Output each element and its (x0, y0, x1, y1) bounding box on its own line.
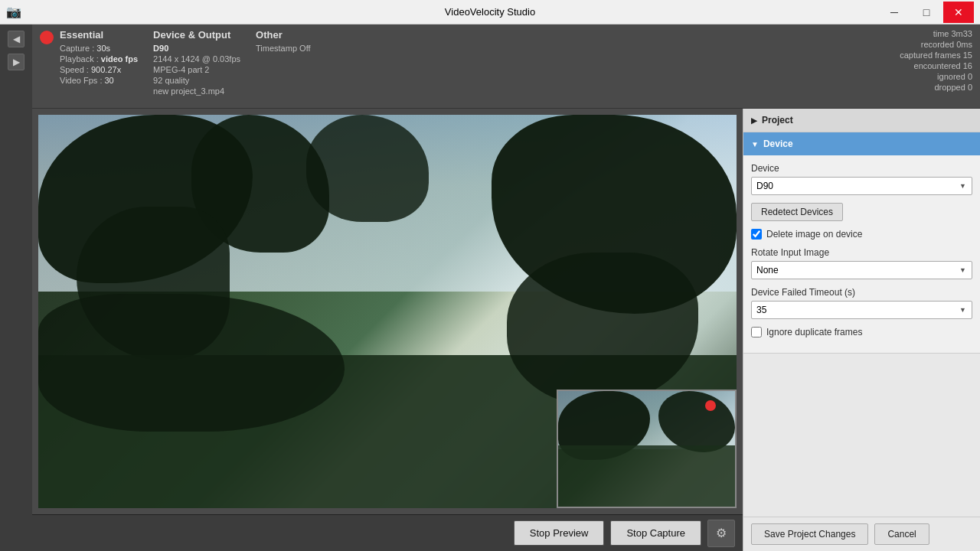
app-icon: 📷 (6, 5, 21, 19)
nav-right-arrow[interactable]: ▶ (8, 54, 24, 70)
device-output-section: Device & Output D90 2144 x 1424 @ 0.03fp… (153, 29, 240, 96)
project-label: Project (762, 115, 793, 126)
device-section-content: Device D90 Redetect Devices Delete i (743, 155, 980, 353)
stop-capture-button[interactable]: Stop Capture (610, 520, 701, 546)
recorded-stat: recorded 0ms (900, 40, 972, 49)
thumbnail-overlay (557, 390, 737, 508)
title-bar: 📷 VideoVelocity Studio ─ □ ✕ (0, 0, 980, 24)
captured-stat: captured frames 15 (900, 51, 972, 60)
thumb-foliage-3 (558, 445, 735, 507)
playback-row: Playback : video fps (60, 54, 138, 64)
device-section-header[interactable]: ▼ Device (743, 132, 980, 155)
title-bar-left: 📷 (6, 5, 21, 19)
project-arrow: ▶ (751, 116, 757, 125)
recording-indicator (40, 31, 54, 44)
right-panel-scroll[interactable]: ▶ Project ▼ Device Device (743, 109, 980, 517)
ignore-dup-row: Ignore duplicate frames (751, 327, 972, 337)
device-output-title: Device & Output (153, 29, 240, 41)
info-strip: Essential Capture : 30s Playback : video… (32, 24, 980, 109)
timeout-label: Device Failed Timeout (s) (751, 287, 972, 298)
redetect-devices-button[interactable]: Redetect Devices (751, 203, 843, 221)
speed-row: Speed : 900.27x (60, 65, 138, 74)
red-dot-thumb (705, 400, 716, 411)
delete-image-row: Delete image on device (751, 229, 972, 240)
other-section: Other Timestamp Off (256, 29, 311, 53)
device-select[interactable]: D90 (751, 177, 972, 195)
save-project-button[interactable]: Save Project Changes (751, 523, 868, 545)
project-file-row: new project_3.mp4 (153, 86, 240, 96)
time-stat: time 3m33 (900, 29, 972, 38)
encountered-stat: encountered 16 (900, 61, 972, 70)
timestamp-row: Timestamp Off (256, 44, 311, 53)
stop-preview-button[interactable]: Stop Preview (514, 520, 605, 546)
quality-row: 92 quality (153, 76, 240, 85)
resolution-row: 2144 x 1424 @ 0.03fps (153, 54, 240, 64)
left-nav: ◀ ▶ (0, 24, 32, 551)
rotate-select[interactable]: None 90 CW 90 CCW 180 (751, 261, 972, 279)
right-panel-bottom: Save Project Changes Cancel (743, 517, 980, 551)
bottom-bar: Stop Preview Stop Capture ⚙ (32, 514, 743, 551)
rotate-select-wrapper: None 90 CW 90 CCW 180 (751, 261, 972, 279)
foliage-7 (38, 294, 345, 432)
right-panel: ▶ Project ▼ Device Device (743, 109, 980, 551)
nav-left-arrow[interactable]: ◀ (8, 31, 24, 47)
essential-section: Essential Capture : 30s Playback : video… (60, 29, 138, 85)
device-section: ▼ Device Device D90 Redetect (743, 132, 980, 354)
stats-section: time 3m33 recorded 0ms captured frames 1… (900, 29, 972, 92)
title-bar-controls: ─ □ ✕ (879, 2, 974, 23)
rotate-label: Rotate Input Image (751, 247, 972, 258)
device-arrow: ▼ (751, 140, 759, 148)
ignore-dup-label[interactable]: Ignore duplicate frames (766, 327, 862, 337)
device-field-label: Device (751, 163, 972, 174)
device-select-wrapper: D90 (751, 177, 972, 195)
delete-image-label[interactable]: Delete image on device (766, 229, 862, 240)
main-panel: Essential Capture : 30s Playback : video… (32, 24, 980, 551)
timeout-select-wrapper: 35 60 120 (751, 301, 972, 319)
essential-title: Essential (60, 29, 138, 41)
project-section: ▶ Project (743, 109, 980, 132)
cancel-button[interactable]: Cancel (874, 523, 929, 545)
capture-row: Capture : 30s (60, 44, 138, 53)
ignore-dup-checkbox[interactable] (751, 327, 762, 337)
format-row: MPEG-4 part 2 (153, 65, 240, 74)
content-area: ◀ ▶ Essential Capture : 30s Playback : v… (0, 24, 980, 551)
delete-image-checkbox[interactable] (751, 229, 762, 240)
fps-row: Video Fps : 30 (60, 76, 138, 85)
dropped-stat: dropped 0 (900, 83, 972, 92)
ignored-stat: ignored 0 (900, 72, 972, 81)
video-area (38, 115, 737, 508)
main-video (38, 115, 737, 508)
project-section-header[interactable]: ▶ Project (743, 109, 980, 132)
device-name-row: D90 (153, 44, 240, 53)
window-title: VideoVelocity Studio (445, 6, 535, 18)
minimize-button[interactable]: ─ (879, 2, 910, 23)
timeout-select[interactable]: 35 60 120 (751, 301, 972, 319)
gear-button[interactable]: ⚙ (707, 520, 735, 547)
device-section-label: Device (763, 139, 793, 149)
maximize-button[interactable]: □ (911, 2, 942, 23)
other-title: Other (256, 29, 311, 41)
close-button[interactable]: ✕ (943, 2, 974, 23)
app-container: ◀ ▶ Essential Capture : 30s Playback : v… (0, 24, 980, 551)
